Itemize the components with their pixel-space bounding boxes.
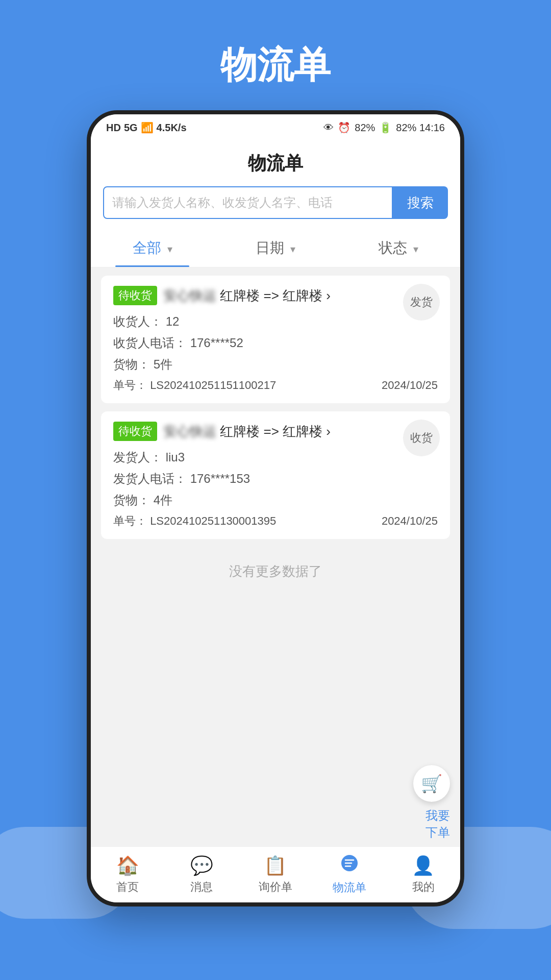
mine-icon: 👤: [412, 855, 435, 876]
action-button-ship[interactable]: 发货: [403, 284, 440, 321]
nav-item-mine[interactable]: 👤 我的: [386, 847, 460, 902]
order-date: 2024/10/25: [382, 514, 438, 528]
filter-tabs: 全部 ▾ 日期 ▾ 状态 ▾: [91, 229, 460, 267]
order-goods: 货物： 4件: [113, 492, 438, 508]
status-battery-pct: 82%: [355, 122, 375, 134]
logistics-icon: [340, 854, 359, 877]
status-badge: 待收货: [113, 286, 157, 305]
blurred-carrier: 安心快运: [163, 288, 216, 303]
status-wifi: 📶: [141, 121, 154, 134]
blurred-carrier: 安心快运: [163, 424, 216, 439]
search-input[interactable]: 请输入发货人名称、收发货人名字、电话: [103, 186, 393, 219]
status-speed: 4.5K/s: [157, 122, 187, 134]
status-alarm: ⏰: [338, 121, 350, 134]
order-receiver-phone: 收货人电话： 176****52: [113, 335, 438, 351]
phone-frame: HD 5G 📶 4.5K/s 👁 ⏰ 82% 🔋 82% 14:16 物流单 请…: [87, 110, 464, 906]
order-footer: 单号： LS202410251130001395 2024/10/25: [113, 513, 438, 529]
app-title: 物流单: [91, 151, 460, 186]
message-icon: 💬: [190, 855, 213, 876]
filter-tab-all[interactable]: 全部 ▾: [91, 229, 214, 267]
order-date: 2024/10/25: [382, 379, 438, 392]
nav-item-logistics[interactable]: 物流单: [312, 847, 386, 902]
fab-area: 🛒 我要 下单: [413, 765, 460, 841]
action-button-receive[interactable]: 收货: [403, 420, 440, 456]
status-bar-left: HD 5G 📶 4.5K/s: [106, 121, 187, 134]
fab-cart-icon[interactable]: 🛒: [413, 765, 450, 802]
order-number: 单号： LS202410251130001395: [113, 513, 276, 529]
status-eye: 👁: [323, 122, 334, 134]
order-sender-phone: 发货人电话： 176****153: [113, 471, 438, 487]
bottom-nav: 🏠 首页 💬 消息 📋 询价单 物流单: [91, 846, 460, 902]
order-card[interactable]: 待收货 安心快运 红牌楼 => 红牌楼 › 收货 发货人： liu3 发货人电话…: [101, 411, 450, 539]
nav-item-message[interactable]: 💬 消息: [165, 847, 239, 902]
search-bar: 请输入发货人名称、收发货人名字、电话 搜索: [91, 186, 460, 229]
inquiry-icon: 📋: [264, 855, 287, 876]
status-5g: 5G: [124, 122, 138, 134]
background-page-title: 物流单: [220, 41, 331, 90]
chevron-down-icon: ▾: [413, 243, 418, 255]
order-route: 安心快运 红牌楼 => 红牌楼 ›: [163, 423, 438, 440]
order-card-header: 待收货 安心快运 红牌楼 => 红牌楼 ›: [113, 422, 438, 441]
nav-item-home[interactable]: 🏠 首页: [91, 847, 165, 902]
status-bar: HD 5G 📶 4.5K/s 👁 ⏰ 82% 🔋 82% 14:16: [91, 114, 460, 141]
content-area: 待收货 安心快运 红牌楼 => 红牌楼 › 发货 收货人： 12 收货人电话： …: [91, 267, 460, 846]
status-signal: HD: [106, 122, 121, 134]
order-number: 单号： LS202410251151100217: [113, 378, 276, 393]
order-footer: 单号： LS202410251151100217 2024/10/25: [113, 378, 438, 393]
status-badge: 待收货: [113, 422, 157, 441]
search-placeholder: 请输入发货人名称、收发货人名字、电话: [112, 195, 333, 209]
app-header: 物流单: [91, 141, 460, 186]
fab-order-button[interactable]: 我要 下单: [425, 807, 450, 841]
chevron-down-icon: ▾: [290, 243, 295, 255]
order-sender: 发货人： liu3: [113, 449, 438, 465]
order-route: 安心快运 红牌楼 => 红牌楼 ›: [163, 287, 438, 305]
status-bar-right: 👁 ⏰ 82% 🔋 82% 14:16: [323, 121, 445, 134]
nav-item-inquiry[interactable]: 📋 询价单: [239, 847, 313, 902]
search-button[interactable]: 搜索: [393, 186, 448, 219]
filter-tab-date[interactable]: 日期 ▾: [214, 229, 337, 267]
status-battery: 🔋: [379, 121, 392, 134]
order-receiver: 收货人： 12: [113, 313, 438, 330]
status-time: 82% 14:16: [396, 122, 445, 134]
chevron-down-icon: ▾: [167, 243, 172, 255]
home-icon: 🏠: [116, 855, 139, 876]
order-card-header: 待收货 安心快运 红牌楼 => 红牌楼 ›: [113, 286, 438, 305]
no-more-data: 没有更多数据了: [101, 547, 450, 596]
order-goods: 货物： 5件: [113, 356, 438, 373]
filter-tab-status[interactable]: 状态 ▾: [337, 229, 460, 267]
order-card[interactable]: 待收货 安心快运 红牌楼 => 红牌楼 › 发货 收货人： 12 收货人电话： …: [101, 276, 450, 403]
